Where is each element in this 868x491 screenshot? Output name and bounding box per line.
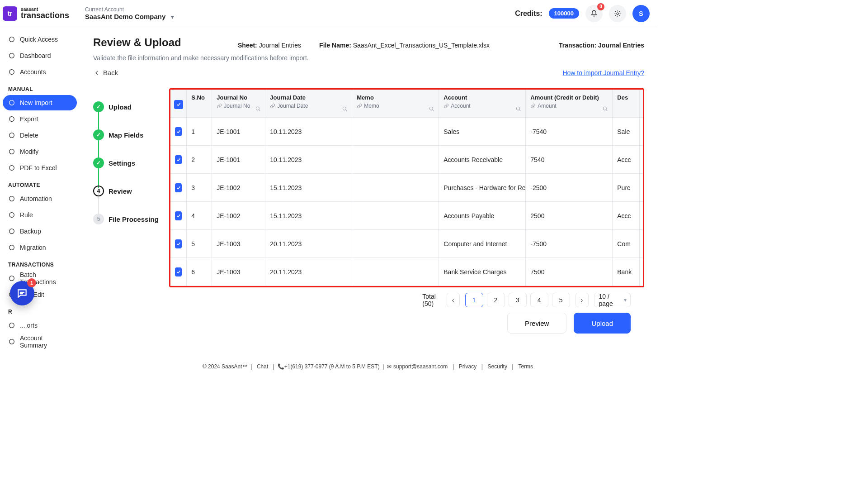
brand-logo[interactable]: tr saasant transactions [3, 6, 80, 21]
footer-link-terms[interactable]: Terms [518, 363, 533, 370]
sidebar-item-quick-access[interactable]: Quick Access [3, 32, 77, 47]
page-3[interactable]: 3 [509, 293, 527, 307]
table-row[interactable]: 3JE-100215.11.2023Purchases - Hardware f… [170, 174, 643, 202]
upload-button[interactable]: Upload [574, 313, 631, 334]
table-body: 1JE-100110.11.2023Sales-7540Sale2JE-1001… [170, 118, 643, 286]
sidebar-item-rule[interactable]: Rule [3, 207, 77, 223]
sidebar-item-pdf-to-excel[interactable]: PDF to Excel [3, 160, 77, 176]
table-row[interactable]: 1JE-100110.11.2023Sales-7540Sale [170, 118, 643, 146]
search-icon[interactable] [515, 106, 522, 114]
footer-link-privacy[interactable]: Privacy [459, 363, 476, 370]
row-checkbox[interactable] [170, 202, 187, 229]
chat-fab[interactable]: 1 [10, 281, 34, 305]
pagination: Total (50) ‹ 12345 › 10 / page [169, 287, 644, 313]
cell-memo [352, 230, 439, 257]
user-avatar[interactable]: S [632, 5, 650, 22]
page-1[interactable]: 1 [465, 293, 483, 307]
table-row[interactable]: 6JE-100320.11.2023Bank Service Charges75… [170, 258, 643, 286]
search-icon[interactable] [602, 106, 609, 114]
pager-next[interactable]: › [576, 293, 589, 307]
sidebar-item-label: New Import [20, 99, 52, 106]
col-amt[interactable]: Amount (Credit or Debit)Amount [526, 90, 613, 117]
step-label: Settings [108, 159, 135, 167]
cell-sno: 6 [187, 258, 212, 286]
table-row[interactable]: 4JE-100215.11.2023Accounts Payable2500Ac… [170, 202, 643, 230]
page-2[interactable]: 2 [487, 293, 505, 307]
col-jdate[interactable]: Journal DateJournal Date [265, 90, 352, 117]
search-icon[interactable] [255, 106, 261, 114]
bell-icon [590, 10, 598, 17]
sidebar-item-modify[interactable]: Modify [3, 144, 77, 159]
sidebar-item-dashboard[interactable]: Dashboard [3, 48, 77, 63]
mail-icon: ✉ [387, 363, 392, 370]
search-icon[interactable] [429, 106, 435, 114]
row-checkbox[interactable] [170, 174, 187, 201]
sidebar-item-export[interactable]: Export [3, 111, 77, 127]
page-5[interactable]: 5 [552, 293, 570, 307]
sidebar-item-label: Rule [20, 211, 33, 219]
svg-point-18 [343, 107, 346, 110]
box-icon [8, 228, 15, 235]
settings-button[interactable] [609, 5, 626, 22]
sidebar-item-automation[interactable]: Automation [3, 191, 77, 206]
svg-point-17 [256, 107, 259, 110]
cell-jdate: 15.11.2023 [265, 202, 352, 229]
sidebar-item-new-import[interactable]: New Import [3, 95, 77, 110]
cell-jdate: 10.11.2023 [265, 118, 352, 145]
col-desc[interactable]: Des [613, 90, 640, 117]
col-sno[interactable]: S.No [187, 90, 212, 117]
data-table: S.NoJournal NoJournal NoJournal DateJour… [169, 88, 644, 287]
pager-prev[interactable]: ‹ [447, 293, 460, 307]
col-memo[interactable]: MemoMemo [352, 90, 439, 117]
col-acct[interactable]: AccountAccount [439, 90, 526, 117]
table-row[interactable]: 5JE-100320.11.2023Computer and Internet-… [170, 230, 643, 258]
plus-circle-icon [8, 99, 15, 106]
page-4[interactable]: 4 [530, 293, 548, 307]
summary-icon [8, 338, 15, 345]
notifications-button[interactable]: 0 [585, 5, 603, 22]
page-size-select[interactable]: 10 / page [594, 293, 631, 307]
credits-badge[interactable]: 100000 [549, 8, 579, 19]
sheet-meta: Sheet: Journal Entries [238, 42, 301, 49]
row-checkbox[interactable] [170, 146, 187, 173]
sidebar-item-label: Backup [20, 228, 41, 235]
howto-link[interactable]: How to import Journal Entry? [562, 69, 644, 76]
report-icon [8, 322, 15, 329]
footer-email[interactable]: support@saasant.com [393, 363, 448, 370]
sidebar-item-migration[interactable]: Migration [3, 240, 77, 255]
table-row[interactable]: 2JE-100110.11.2023Accounts Receivable754… [170, 146, 643, 174]
sidebar-item-backup[interactable]: Backup [3, 224, 77, 239]
back-button[interactable]: Back [93, 69, 118, 76]
cell-desc: Bank [613, 258, 640, 286]
sidebar-item-label: PDF to Excel [20, 164, 57, 172]
row-checkbox[interactable] [170, 230, 187, 257]
account-switcher[interactable]: Current Account SaasAnt Demo Company ▾ [85, 6, 174, 20]
search-icon[interactable] [342, 106, 348, 114]
row-checkbox[interactable] [170, 258, 187, 286]
cell-acct: Sales [439, 118, 526, 145]
select-all-checkbox[interactable] [170, 90, 187, 117]
sidebar-item-label: Delete [20, 132, 38, 139]
brand-main: transactions [21, 11, 69, 19]
col-jno[interactable]: Journal NoJournal No [212, 90, 265, 117]
edit-icon [8, 148, 15, 155]
sidebar-section-header: R [3, 303, 77, 318]
sidebar-item-accounts[interactable]: Accounts [3, 64, 77, 80]
checkbox-icon [175, 239, 182, 248]
row-checkbox[interactable] [170, 118, 187, 145]
topbar: tr saasant transactions Current Account … [0, 0, 658, 27]
cell-acct: Accounts Receivable [439, 146, 526, 173]
sidebar-item--orts[interactable]: ....orts [3, 318, 77, 333]
preview-button[interactable]: Preview [507, 313, 566, 334]
footer-chat[interactable]: Chat [257, 363, 268, 370]
sidebar-item-account-summary[interactable]: Account Summary [3, 334, 77, 349]
col-label: Des [617, 94, 635, 101]
sidebar-item-delete[interactable]: Delete [3, 128, 77, 143]
checkbox-icon [175, 155, 182, 164]
svg-point-6 [9, 133, 14, 138]
footer-link-security[interactable]: Security [488, 363, 507, 370]
svg-point-10 [9, 213, 14, 218]
phone-icon: 📞 [278, 363, 284, 370]
sidebar-item-label: Automation [20, 195, 52, 202]
cell-amt: -7540 [526, 118, 613, 145]
